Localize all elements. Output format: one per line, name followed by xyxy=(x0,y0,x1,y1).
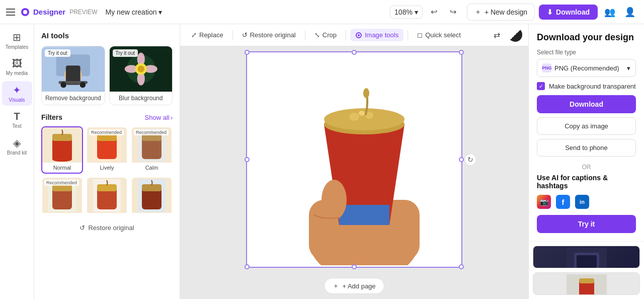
logo-text: Designer xyxy=(33,8,65,16)
icon-sidebar: ⊞ Templates 🖼 My media ✦ Visuals T Text … xyxy=(0,24,34,299)
toolbar-separator xyxy=(408,30,408,40)
crop-icon: ⤡ xyxy=(314,31,320,39)
filter-6[interactable] xyxy=(131,177,173,218)
image-tools-button[interactable]: Image tools xyxy=(350,29,404,41)
plus-icon: ＋ xyxy=(474,8,481,17)
toolbar-separator xyxy=(305,30,305,40)
ai-tools-grid: Try it out Remove background xyxy=(41,46,173,105)
instagram-icon[interactable]: 📷 xyxy=(537,195,551,209)
chevron-down-icon: ▾ xyxy=(627,64,630,72)
svg-point-8 xyxy=(80,82,86,88)
quick-select-button[interactable]: ◻ Quick select xyxy=(412,29,466,41)
thumbnail-1-image xyxy=(533,246,639,268)
recommended-badge: Recommended xyxy=(134,129,169,135)
preview-label: PREVIEW xyxy=(69,9,97,16)
facebook-icon[interactable]: f xyxy=(556,195,570,209)
thumbnail-1[interactable] xyxy=(533,246,640,268)
download-panel: Download your design Select file type PN… xyxy=(529,24,644,242)
add-page-bar: ＋ + Add page xyxy=(180,273,528,299)
blur-bg-label: Blur background xyxy=(110,92,173,105)
svg-point-41 xyxy=(324,108,405,130)
add-page-button[interactable]: ＋ + Add page xyxy=(324,278,384,294)
templates-icon: ⊞ xyxy=(13,31,21,43)
thumbnails-panel xyxy=(529,242,644,299)
share-button[interactable]: 👥 xyxy=(602,4,618,20)
thumb1-visual xyxy=(567,248,607,269)
sidebar-item-text[interactable]: T Text xyxy=(2,108,32,132)
restore-original-button[interactable]: ↺ Restore original xyxy=(237,29,301,41)
thumb2-visual xyxy=(567,274,607,295)
canvas-area: ⤢ Replace ↺ Restore original ⤡ Crop Imag… xyxy=(180,24,528,299)
color-theme-icon[interactable] xyxy=(508,28,522,42)
bg-transparent-row: ✓ Make background transparent xyxy=(537,82,636,90)
thumbnail-2[interactable] xyxy=(533,272,640,295)
project-name[interactable]: My new creation ▾ xyxy=(102,6,167,18)
resize-handle-bl[interactable] xyxy=(245,264,250,269)
bg-transparent-label: Make background transparent xyxy=(549,83,636,90)
topbar-left: Designer PREVIEW My new creation ▾ xyxy=(6,6,384,18)
file-type-label: Select file type xyxy=(537,49,636,56)
filter-calm[interactable]: Recommended Calm xyxy=(131,126,173,174)
new-design-button[interactable]: ＋ + New design xyxy=(467,4,535,21)
toolbar-strip: ⤢ Replace ↺ Restore original ⤡ Crop Imag… xyxy=(180,24,528,46)
rotate-handle[interactable]: ↻ xyxy=(464,154,476,166)
filter-5[interactable] xyxy=(86,177,128,218)
restore-icon: ↺ xyxy=(79,224,85,232)
blur-background-card[interactable]: Try it out Blur background xyxy=(109,46,173,105)
filter-4[interactable]: Recommended xyxy=(41,177,83,218)
resize-handle-ml[interactable] xyxy=(245,157,250,162)
file-type-select[interactable]: PNG PNG (Recommended) ▾ xyxy=(537,59,636,77)
tools-panel: AI tools Try it out xyxy=(34,24,180,299)
try-it-button[interactable]: Try it xyxy=(537,215,636,233)
toolbar-separator xyxy=(346,30,346,40)
svg-point-46 xyxy=(321,180,347,220)
download-primary-button[interactable]: Download xyxy=(537,95,636,113)
or-divider: OR xyxy=(537,164,636,171)
redo-button[interactable]: ↪ xyxy=(446,5,461,20)
linkedin-icon[interactable]: in xyxy=(575,195,589,209)
undo-button[interactable]: ↩ xyxy=(427,5,442,20)
my-media-icon: 🖼 xyxy=(12,58,22,69)
crop-button[interactable]: ⤡ Crop xyxy=(309,29,342,41)
sidebar-item-my-media[interactable]: 🖼 My media xyxy=(2,55,32,79)
resize-handle-tm[interactable] xyxy=(352,50,357,55)
profile-button[interactable]: 👤 xyxy=(622,4,638,20)
normal-filter-thumb xyxy=(48,129,76,162)
resize-handle-bm[interactable] xyxy=(352,264,357,269)
png-icon: PNG xyxy=(542,63,551,72)
chevron-down-icon: ▾ xyxy=(415,8,418,16)
filter-normal[interactable]: Normal xyxy=(41,126,83,174)
canvas-frame[interactable]: ↻ xyxy=(246,51,462,268)
remove-background-card[interactable]: Try it out Remove background xyxy=(41,46,105,105)
filter6-thumb xyxy=(138,179,166,212)
recommended-badge: Recommended xyxy=(89,129,124,135)
sidebar-item-visuals[interactable]: ✦ Visuals xyxy=(2,81,32,106)
right-panel: Download your design Select file type PN… xyxy=(528,24,644,299)
resize-handle-tr[interactable] xyxy=(459,50,464,55)
canvas-main[interactable]: ↻ xyxy=(180,46,528,273)
resize-handle-mr[interactable] xyxy=(459,157,464,162)
filter-lively[interactable]: Recommended Lively xyxy=(86,126,128,174)
resize-handle-br[interactable] xyxy=(459,264,464,269)
recommended-badge: Recommended xyxy=(44,180,79,186)
send-to-phone-button[interactable]: Send to phone xyxy=(537,139,636,157)
sidebar-item-templates[interactable]: ⊞ Templates xyxy=(2,28,32,53)
menu-icon[interactable] xyxy=(6,7,16,17)
resize-handle-tl[interactable] xyxy=(245,50,250,55)
download-button[interactable]: ⬇ Download xyxy=(539,5,598,20)
remove-bg-label: Remove background xyxy=(42,92,105,105)
filters-title: Filters xyxy=(41,113,62,121)
image-tools-icon xyxy=(355,32,362,39)
restore-original-bottom[interactable]: ↺ Restore original xyxy=(41,218,173,234)
copy-as-image-button[interactable]: Copy as image xyxy=(537,117,636,135)
svg-point-45 xyxy=(363,88,369,98)
show-all-link[interactable]: Show all › xyxy=(145,114,173,121)
flip-icon[interactable]: ⇄ xyxy=(489,28,505,42)
filter5-thumb xyxy=(93,179,121,212)
bg-transparent-checkbox[interactable]: ✓ xyxy=(537,82,545,90)
sidebar-item-brand-kit[interactable]: ◈ Brand kit xyxy=(2,134,32,159)
replace-icon: ⤢ xyxy=(191,31,197,39)
download-icon: ⬇ xyxy=(547,8,553,16)
replace-button[interactable]: ⤢ Replace xyxy=(186,29,228,41)
zoom-control[interactable]: 108% ▾ xyxy=(390,6,423,19)
